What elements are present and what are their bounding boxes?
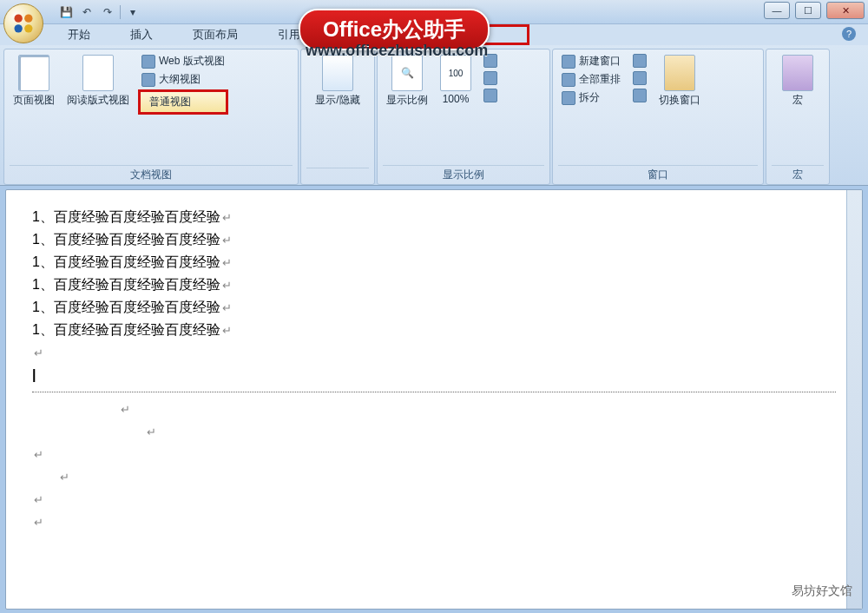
document-content[interactable]: 1、百度经验百度经验百度经验↵ 1、百度经验百度经验百度经验↵ 1、百度经验百度…: [6, 190, 862, 609]
svg-point-2: [15, 24, 23, 32]
cursor-line: |: [32, 364, 836, 386]
reset-pos-button[interactable]: [629, 88, 650, 103]
paragraph-mark-icon: ↵: [222, 324, 232, 337]
side-by-side-button[interactable]: [629, 53, 650, 69]
text-line: 1、百度经验百度经验百度经验↵: [32, 206, 836, 228]
group-label: [306, 168, 369, 182]
arrange-icon: [562, 73, 575, 87]
svg-point-1: [24, 15, 32, 23]
paragraph-mark-icon: ↵: [34, 448, 43, 461]
btn-label: 宏: [792, 93, 803, 108]
web-layout-button[interactable]: Web 版式视图: [138, 53, 228, 69]
close-button[interactable]: ✕: [826, 2, 865, 19]
page-icon: [18, 55, 49, 91]
text-line: 1、百度经验百度经验百度经验↵: [32, 228, 836, 251]
empty-line: ↵: [32, 398, 836, 420]
empty-line: ↵: [32, 511, 836, 533]
minimize-button[interactable]: —: [764, 2, 790, 19]
group-label: 显示比例: [383, 165, 544, 182]
tab-page-layout[interactable]: 页面布局: [186, 25, 245, 44]
show-hide-button[interactable]: 显示/隐藏: [312, 53, 363, 109]
paragraph-mark-icon: ↵: [121, 403, 130, 416]
watermark-text: 易坊好文馆: [792, 583, 852, 599]
group-zoom: 🔍 显示比例 100 100% 显示比例: [377, 49, 550, 185]
help-icon[interactable]: ?: [842, 27, 856, 41]
paragraph-mark-icon: ↵: [222, 211, 232, 224]
overlay-url: www.officezhushou.com: [306, 42, 488, 60]
qat-separator: [120, 5, 121, 19]
btn-label: 页面视图: [13, 93, 55, 108]
group-label: 文档视图: [10, 165, 293, 182]
zoom-100-button[interactable]: 100 100%: [437, 53, 475, 107]
qat-redo-icon[interactable]: ↷: [99, 3, 116, 21]
group-show-hide: 显示/隐藏: [300, 49, 375, 185]
quick-access-toolbar: 💾 ↶ ↷ ▾: [57, 3, 141, 21]
btn-label: 阅读版式视图: [67, 93, 129, 108]
window-list: 新建窗口 全部重排 拆分: [558, 53, 624, 106]
split-icon: [562, 91, 575, 105]
page-width-icon: [483, 89, 497, 102]
qat-save-icon[interactable]: 💾: [57, 3, 75, 21]
paragraph-mark-icon: ↵: [34, 516, 43, 529]
text-line: 1、百度经验百度经验百度经验↵: [32, 251, 836, 274]
zoom-side-icons: [480, 53, 501, 103]
new-window-icon: [562, 55, 575, 69]
reset-pos-icon: [633, 89, 647, 102]
magnifier-icon: 🔍: [391, 55, 423, 91]
normal-view-button[interactable]: 普通视图: [138, 89, 228, 115]
qat-dropdown-icon[interactable]: ▾: [124, 3, 141, 21]
svg-point-3: [24, 24, 32, 32]
text-line: 1、百度经验百度经验百度经验↵: [32, 274, 836, 296]
btn-label: 显示/隐藏: [315, 93, 359, 108]
page-width-button[interactable]: [480, 88, 501, 103]
sync-scroll-icon: [633, 71, 647, 85]
view-small-list: Web 版式视图 大纲视图 普通视图: [138, 53, 228, 115]
btn-label: 100%: [443, 93, 470, 105]
zoom-button[interactable]: 🔍 显示比例: [383, 53, 431, 109]
outline-icon: [141, 73, 155, 87]
text-line: 1、百度经验百度经验百度经验↵: [32, 319, 836, 341]
paragraph-mark-icon: ↵: [222, 234, 232, 247]
sync-scroll-button[interactable]: [629, 70, 650, 86]
tab-insert[interactable]: 插入: [123, 25, 160, 44]
paragraph-mark-icon: ↵: [60, 471, 69, 484]
ruler-icon: [322, 55, 353, 91]
print-layout-button[interactable]: 页面视图: [10, 53, 58, 109]
qat-undo-icon[interactable]: ↶: [78, 3, 95, 21]
macros-icon: [782, 55, 813, 91]
group-label: 宏: [772, 165, 824, 182]
new-window-button[interactable]: 新建窗口: [558, 53, 624, 69]
paragraph-mark-icon: ↵: [222, 279, 232, 292]
outline-view-button[interactable]: 大纲视图: [138, 71, 228, 88]
paragraph-mark-icon: ↵: [222, 256, 232, 269]
side-by-side-icon: [633, 54, 647, 68]
maximize-button[interactable]: ☐: [795, 2, 821, 19]
empty-line: ↵: [32, 465, 836, 488]
ribbon: 页面视图 阅读版式视图 Web 版式视图 大纲视图 普通视图 文档视图 显示/隐…: [0, 45, 868, 186]
switch-icon: [664, 55, 695, 91]
window-controls: — ☐ ✕: [764, 2, 865, 19]
hundred-icon: 100: [440, 55, 471, 91]
macros-button[interactable]: 宏: [779, 53, 817, 109]
reading-layout-button[interactable]: 阅读版式视图: [63, 53, 133, 109]
group-macros: 宏 宏: [766, 49, 830, 185]
text-line: 1、百度经验百度经验百度经验↵: [32, 296, 836, 319]
empty-line: ↵: [32, 488, 836, 511]
switch-windows-button[interactable]: 切换窗口: [655, 53, 704, 109]
btn-label: 切换窗口: [659, 93, 700, 108]
page-break-line: [32, 392, 836, 392]
svg-point-0: [15, 15, 23, 23]
empty-line: ↵: [32, 341, 836, 364]
empty-line: ↵: [32, 443, 836, 465]
arrange-all-button[interactable]: 全部重排: [558, 71, 624, 88]
office-button[interactable]: [3, 3, 43, 43]
split-button[interactable]: 拆分: [558, 89, 624, 106]
two-pages-button[interactable]: [480, 70, 501, 86]
tab-home[interactable]: 开始: [61, 25, 97, 44]
group-label: 窗口: [558, 165, 758, 182]
document-area[interactable]: 📄 1、百度经验百度经验百度经验↵ 1、百度经验百度经验百度经验↵ 1、百度经验…: [5, 189, 863, 610]
paragraph-mark-icon: ↵: [34, 346, 43, 359]
web-icon: [141, 55, 155, 69]
paragraph-mark-icon: ↵: [222, 301, 232, 314]
btn-label: 显示比例: [386, 93, 428, 108]
